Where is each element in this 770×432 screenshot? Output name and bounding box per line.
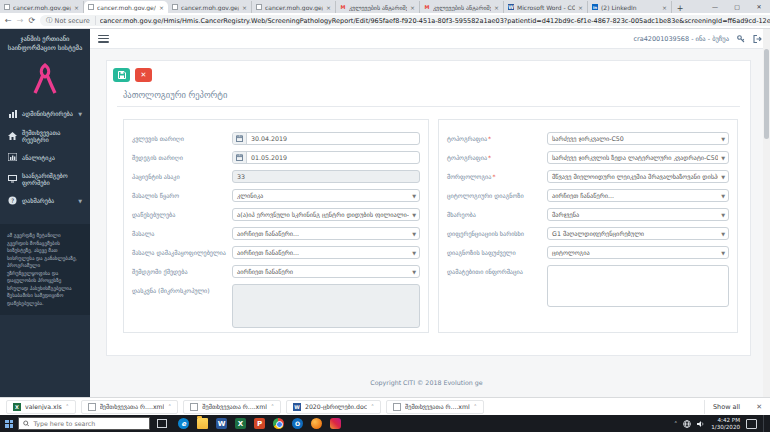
additional-info-textarea[interactable] bbox=[547, 265, 729, 307]
tab-close-icon[interactable]: × bbox=[578, 4, 583, 11]
sidebar-item-case-registry[interactable]: შემთხვევათა რეესტრი bbox=[0, 124, 90, 148]
chevron-up-icon[interactable]: ˄ bbox=[474, 403, 477, 410]
hamburger-menu-icon[interactable] bbox=[98, 35, 109, 43]
sidebar-item-help[interactable]: ? დახმარება ▼ bbox=[0, 191, 90, 210]
chevron-up-icon[interactable]: ˄ bbox=[371, 403, 374, 410]
tab-close-icon[interactable]: × bbox=[326, 4, 331, 11]
top-bar-right: cra42001039568 - ინა - ბუჩუა bbox=[633, 35, 762, 43]
laterality-select[interactable]: მარჯვენა ▼ bbox=[547, 208, 729, 221]
sidebar-item-analytics[interactable]: ანალიტიკა bbox=[0, 148, 90, 167]
close-window-button[interactable]: ✕ bbox=[748, 0, 770, 13]
firefox-icon[interactable] bbox=[311, 418, 322, 429]
tab-close-icon[interactable]: × bbox=[410, 4, 415, 11]
form-row-institution: დაწესებულება ა(ა)იპ ეროვნული სკრინინგ ცე… bbox=[132, 208, 420, 221]
page-favicon-icon bbox=[256, 4, 262, 10]
sidebar-item-administration[interactable]: ადმინისტრირება ▼ bbox=[0, 105, 90, 124]
back-button[interactable]: ← bbox=[5, 17, 12, 25]
excel-app-icon[interactable]: X bbox=[235, 418, 246, 429]
chevron-up-icon[interactable]: ˄ bbox=[66, 403, 69, 410]
morphology-select[interactable]: მწვავე მიელოიდური ლეიკემია მრავალხაზოვან… bbox=[547, 170, 729, 183]
browser-tab[interactable]: cancer.moh.gov.ge/Hmis/:- × bbox=[252, 1, 336, 13]
field-value: სარძევე ჯირკვალი-C50 bbox=[548, 135, 718, 142]
maximize-button[interactable]: ▢ bbox=[726, 0, 748, 13]
download-item[interactable]: X valenjva.xls ˄ bbox=[6, 400, 76, 414]
tab-close-icon[interactable]: × bbox=[159, 4, 164, 11]
browser-tab[interactable]: cancer.moh.gov.ge/Hmis/:- × bbox=[168, 1, 252, 13]
action-center-icon[interactable] bbox=[746, 419, 757, 429]
material-source-select[interactable]: კლინიკა ▼ bbox=[232, 189, 420, 202]
cytology-diagnosis-select[interactable]: აირჩიეთ ჩანაწერი... ▼ bbox=[547, 189, 729, 202]
tab-close-icon[interactable]: × bbox=[74, 4, 79, 11]
close-downloads-icon[interactable]: ✕ bbox=[756, 403, 762, 411]
browser-tab[interactable]: cancer.moh.gov.ge/Hmis/:- × bbox=[0, 1, 84, 13]
word-icon: W bbox=[508, 4, 514, 10]
key-icon[interactable] bbox=[737, 35, 745, 43]
download-item[interactable]: W 2020-ცხრილები.doc ˄ bbox=[286, 400, 381, 414]
field-label: მასალის წყარო bbox=[132, 189, 232, 199]
tab-close-icon[interactable]: × bbox=[662, 4, 667, 11]
new-tab-button[interactable]: + bbox=[674, 4, 686, 13]
chevron-up-icon[interactable]: ˄ bbox=[168, 403, 171, 410]
forward-button[interactable]: → bbox=[17, 17, 24, 25]
chevron-up-icon[interactable]: ˄ bbox=[271, 403, 274, 410]
taskbar-search[interactable] bbox=[18, 417, 150, 430]
user-info[interactable]: cra42001039568 - ინა - ბუჩუა bbox=[633, 35, 729, 43]
start-button[interactable] bbox=[0, 415, 18, 432]
task-view-icon[interactable] bbox=[157, 419, 167, 428]
required-mark: * bbox=[492, 173, 495, 180]
study-date-input[interactable]: 30.04.2019 bbox=[232, 132, 420, 145]
address-bar[interactable]: ⓘ Not secure cancer.moh.gov.ge/Hmis/Hmis… bbox=[40, 15, 770, 26]
download-item[interactable]: შემთხვევათა რ....xml ˄ bbox=[386, 400, 484, 414]
material-satisfactory-select[interactable]: აირჩიეთ ჩანაწერი... ▼ bbox=[232, 246, 420, 259]
logout-icon[interactable] bbox=[753, 35, 762, 43]
show-all-button[interactable]: Show all bbox=[704, 400, 748, 414]
browser-tab[interactable]: W Microsoft Word - COVID-1! × bbox=[504, 1, 588, 13]
field-value: 01.05.2019 bbox=[247, 154, 419, 161]
browser-tab-active[interactable]: cancer.moh.gov.ge/Hmis/:- × bbox=[84, 1, 168, 13]
form-row-differentiation-grade: დიფერენციაციის ხარისხი G1 მაღალდიფერენცი… bbox=[447, 227, 729, 240]
word-app-icon[interactable]: W bbox=[216, 418, 227, 429]
topography-detail-select[interactable]: სარძევე ჯირკვლის ზედა ლატერალური კვადრატ… bbox=[547, 151, 729, 164]
site-security[interactable]: ⓘ Not secure bbox=[46, 16, 96, 25]
download-item[interactable]: შემთხვევათა რ....xml ˄ bbox=[183, 400, 281, 414]
refresh-button[interactable]: ⟳ bbox=[28, 17, 35, 25]
page-title: პათოლოგიური რეპორტი bbox=[107, 82, 750, 100]
institution-select[interactable]: ა(ა)იპ ეროვნული სკრინინგ ცენტრი დიდუბის … bbox=[232, 208, 420, 221]
download-item[interactable]: შემთხვევათა რ....xml ˄ bbox=[81, 400, 179, 414]
sidebar-item-reporting-forms[interactable]: საანგარიშგებო ფორმები bbox=[0, 167, 90, 191]
outlook-icon[interactable]: O bbox=[292, 418, 303, 429]
page-scrollbar[interactable] bbox=[763, 29, 770, 397]
browser-tab[interactable]: M კვლევების ანგარიშები × bbox=[420, 1, 504, 13]
volume-icon[interactable] bbox=[697, 420, 705, 428]
taskbar-clock[interactable]: 4:42 PM 1/30/2020 bbox=[711, 417, 740, 431]
search-input[interactable] bbox=[33, 420, 145, 427]
monitor-icon bbox=[8, 174, 17, 183]
chevron-up-icon[interactable]: ˄ bbox=[674, 420, 677, 427]
tab-close-icon[interactable]: × bbox=[242, 4, 247, 11]
differentiation-grade-select[interactable]: G1 მაღალდიფერენცირებული ▼ bbox=[547, 227, 729, 240]
topography-select[interactable]: სარძევე ჯირკვალი-C50 ▼ bbox=[547, 132, 729, 145]
field-value: ა(ა)იპ ეროვნული სკრინინგ ცენტრი დიდუბის … bbox=[233, 211, 409, 218]
show-desktop-button[interactable] bbox=[763, 415, 766, 432]
excel-file-icon: X bbox=[13, 403, 21, 411]
instagram-icon[interactable] bbox=[330, 418, 341, 429]
chevron-down-icon: ▼ bbox=[409, 193, 419, 199]
minimize-button[interactable]: — bbox=[704, 0, 726, 13]
tab-close-icon[interactable]: × bbox=[494, 4, 499, 11]
browser-tab[interactable]: in (2) LinkedIn × bbox=[588, 1, 672, 13]
edge-icon[interactable]: e bbox=[178, 418, 189, 429]
material-select[interactable]: აირჩიეთ ჩანაწერი... ▼ bbox=[232, 227, 420, 240]
diagnosis-basis-select[interactable]: ციტოლოგია ▼ bbox=[547, 246, 729, 259]
scrollbar-thumb[interactable] bbox=[764, 49, 769, 139]
next-action-select[interactable]: აირჩიეთ ჩანაწერი ▼ bbox=[232, 265, 420, 278]
url-text[interactable]: cancer.moh.gov.ge/Hmis/Hmis.CancerRegist… bbox=[100, 17, 770, 25]
field-value: აირჩიეთ ჩანაწერი... bbox=[548, 192, 718, 199]
powerpoint-app-icon[interactable]: P bbox=[254, 418, 265, 429]
chrome-icon[interactable] bbox=[273, 418, 284, 429]
browser-tab[interactable]: M კვლევების ანგარიშები × bbox=[336, 1, 420, 13]
cancel-button[interactable]: ✕ bbox=[135, 68, 152, 82]
save-button[interactable] bbox=[113, 68, 130, 82]
result-date-input[interactable]: 01.05.2019 bbox=[232, 151, 420, 164]
network-icon[interactable] bbox=[683, 420, 691, 428]
file-explorer-icon[interactable] bbox=[197, 418, 208, 429]
